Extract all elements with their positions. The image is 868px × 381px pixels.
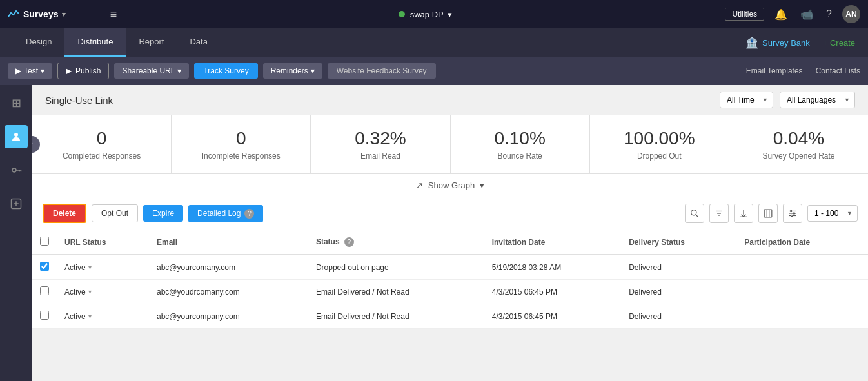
create-button[interactable]: + Create <box>823 38 855 48</box>
stat-dropped-out: 100.00% Dropped Out <box>590 115 729 173</box>
workspace-label: swap DP <box>410 10 444 19</box>
user-workspace-selector[interactable]: swap DP ▾ <box>410 10 452 19</box>
stat-value-bounce: 0.10% <box>461 128 579 149</box>
stat-value-dropped: 100.00% <box>600 128 718 149</box>
status-chevron-icon[interactable]: ▾ <box>88 288 92 295</box>
email-templates-link[interactable]: Email Templates <box>746 66 803 75</box>
reminders-button[interactable]: Reminders ▾ <box>263 63 322 79</box>
nav-design[interactable]: Design <box>13 28 64 57</box>
toolbar: ▶ Test ▾ ▶ Publish Shareable URL ▾ Track… <box>0 57 868 85</box>
hamburger-icon[interactable]: ≡ <box>102 8 125 21</box>
expire-button[interactable]: Expire <box>143 205 183 222</box>
row-invitation-date: 4/3/2015 06:45 PM <box>484 280 621 304</box>
row-status: Email Delivered / Not Read <box>308 304 484 329</box>
col-header-status: Status ? <box>308 230 484 255</box>
svg-line-9 <box>696 215 698 217</box>
time-filter-select[interactable]: All Time <box>720 92 773 108</box>
row-checkbox[interactable] <box>40 311 49 320</box>
filter-tool-button[interactable] <box>709 204 729 223</box>
top-bar: Surveys ▾ ≡ swap DP ▾ Utilities 🔔 📹 ? AN <box>0 0 868 28</box>
svg-point-20 <box>791 210 792 211</box>
col-header-participation-date: Participation Date <box>736 230 868 255</box>
stat-label-completed: Completed Responses <box>43 151 161 161</box>
video-icon[interactable]: 📹 <box>798 7 816 22</box>
app-dropdown-icon[interactable]: ▾ <box>62 10 66 19</box>
stat-email-read: 0.32% Email Read <box>311 115 450 173</box>
status-chevron-icon[interactable]: ▾ <box>88 264 92 271</box>
nav-report[interactable]: Report <box>126 28 177 57</box>
stat-value-completed: 0 <box>43 128 161 149</box>
test-button[interactable]: ▶ Test ▾ <box>8 63 52 79</box>
status-help-icon[interactable]: ? <box>344 237 354 247</box>
top-bar-right: Utilities 🔔 📹 ? AN <box>725 5 860 23</box>
row-email: abc@youdrcomany.com <box>149 280 308 304</box>
shareable-dropdown-icon: ▾ <box>177 66 181 75</box>
action-bar: Delete Opt Out Expire Detailed Log ? <box>32 197 868 230</box>
secondary-nav: Design Distribute Report Data 🏦 Survey B… <box>0 28 868 57</box>
download-tool-button[interactable] <box>734 204 753 223</box>
delete-button[interactable]: Delete <box>43 204 86 223</box>
lang-filter-select[interactable]: All Languages <box>780 92 855 108</box>
stat-value-opened: 0.04% <box>740 128 858 149</box>
track-survey-button[interactable]: Track Survey <box>194 63 257 79</box>
status-chevron-icon[interactable]: ▾ <box>88 313 92 320</box>
row-status: Email Delivered / Not Read <box>308 280 484 304</box>
optout-button[interactable]: Opt Out <box>92 204 138 222</box>
utilities-button[interactable]: Utilities <box>725 8 764 21</box>
row-delivery-status: Delivered <box>621 255 736 280</box>
show-graph-bar[interactable]: ↗ Show Graph ▾ <box>32 174 868 197</box>
stat-label-incomplete: Incomplete Responses <box>182 151 300 161</box>
row-url-status: Active ▾ <box>57 255 149 280</box>
sidebar-key-icon[interactable] <box>5 159 28 182</box>
row-participation-date <box>736 280 868 304</box>
settings-tool-button[interactable] <box>783 204 802 223</box>
search-tool-button[interactable] <box>685 204 704 223</box>
contact-lists-link[interactable]: Contact Lists <box>816 66 860 75</box>
svg-point-22 <box>791 215 793 216</box>
page-range-select[interactable]: 1 - 100 <box>807 205 858 222</box>
stat-value-incomplete: 0 <box>182 128 300 149</box>
row-delivery-status: Delivered <box>621 304 736 329</box>
survey-bank-link[interactable]: 🏦 Survey Bank <box>745 37 810 49</box>
bell-icon[interactable]: 🔔 <box>772 7 790 22</box>
row-delivery-status: Delivered <box>621 280 736 304</box>
detailed-log-help-icon[interactable]: ? <box>244 209 254 219</box>
publish-button[interactable]: ▶ Publish <box>57 63 109 79</box>
shareable-url-button[interactable]: Shareable URL ▾ <box>114 63 189 79</box>
left-sidebar: ⊞ <box>0 85 32 381</box>
row-checkbox[interactable] <box>40 262 49 271</box>
app-title: Surveys <box>23 9 58 19</box>
avatar[interactable]: AN <box>842 5 860 23</box>
nav-data[interactable]: Data <box>177 28 220 57</box>
detailed-log-button[interactable]: Detailed Log ? <box>188 205 263 222</box>
row-checkbox[interactable] <box>40 286 49 295</box>
stat-label-dropped: Dropped Out <box>600 151 718 161</box>
content-area: ⊞ Single-Use Link <box>0 85 868 381</box>
stat-bounce-rate: 0.10% Bounce Rate <box>451 115 590 173</box>
stats-row: ‹ 0 Completed Responses 0 Incomplete Res… <box>32 115 868 174</box>
sidebar-plus-icon[interactable] <box>5 192 28 215</box>
top-bar-center: swap DP ▾ <box>135 10 715 19</box>
svg-point-8 <box>691 210 696 215</box>
row-status: Dropped out on page <box>308 255 484 280</box>
select-all-checkbox[interactable] <box>40 237 49 246</box>
logo-icon <box>8 8 19 20</box>
row-checkbox-cell <box>32 255 57 280</box>
col-header-delivery-status: Delivery Status <box>621 230 736 255</box>
graph-label: Show Graph <box>428 181 475 190</box>
status-dot <box>399 11 405 17</box>
table-body: Active ▾ abc@yourcomany.com Dropped out … <box>32 255 868 329</box>
lang-filter-wrapper: All Languages <box>780 92 855 108</box>
graph-dropdown-icon: ▾ <box>480 181 484 190</box>
col-header-url-status: URL Status <box>57 230 149 255</box>
page-header: Single-Use Link All Time All Languages <box>32 85 868 115</box>
col-header-invitation-date: Invitation Date <box>484 230 621 255</box>
stat-survey-opened: 0.04% Survey Opened Rate <box>729 115 868 173</box>
nav-distribute[interactable]: Distribute <box>64 28 126 57</box>
help-icon[interactable]: ? <box>824 7 834 21</box>
data-table: URL Status Email Status ? Invitation Dat… <box>32 230 868 329</box>
sidebar-grid-icon[interactable]: ⊞ <box>5 92 28 115</box>
sidebar-person-icon[interactable] <box>5 125 28 148</box>
table-header-row: URL Status Email Status ? Invitation Dat… <box>32 230 868 255</box>
columns-tool-button[interactable] <box>758 204 778 223</box>
